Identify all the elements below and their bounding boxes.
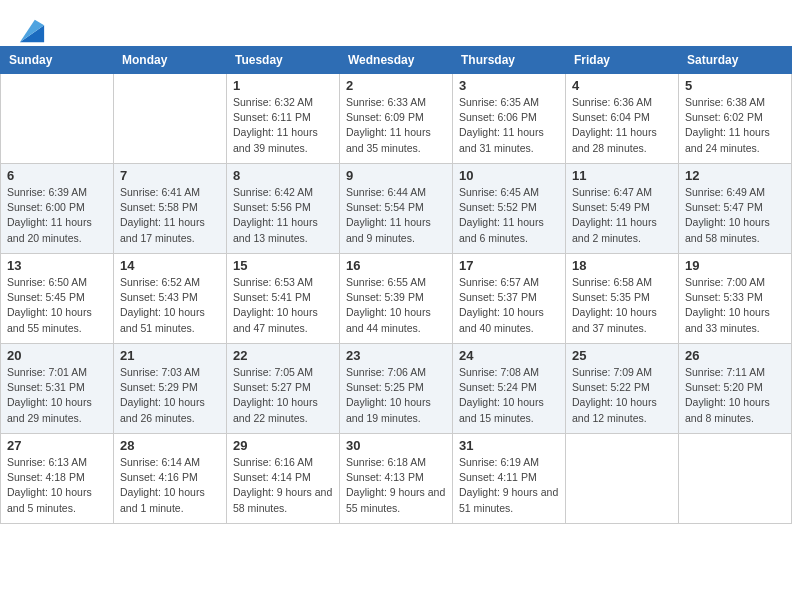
day-number: 10 [459,168,559,183]
day-number: 16 [346,258,446,273]
calendar-header-row: SundayMondayTuesdayWednesdayThursdayFrid… [1,47,792,74]
day-info: Sunrise: 6:53 AM Sunset: 5:41 PM Dayligh… [233,275,333,336]
day-number: 14 [120,258,220,273]
day-info: Sunrise: 7:05 AM Sunset: 5:27 PM Dayligh… [233,365,333,426]
calendar-cell: 22Sunrise: 7:05 AM Sunset: 5:27 PM Dayli… [227,344,340,434]
day-number: 23 [346,348,446,363]
calendar-header-wednesday: Wednesday [340,47,453,74]
calendar-week-row: 1Sunrise: 6:32 AM Sunset: 6:11 PM Daylig… [1,74,792,164]
day-number: 31 [459,438,559,453]
calendar-week-row: 6Sunrise: 6:39 AM Sunset: 6:00 PM Daylig… [1,164,792,254]
calendar-header-sunday: Sunday [1,47,114,74]
calendar-cell: 4Sunrise: 6:36 AM Sunset: 6:04 PM Daylig… [566,74,679,164]
day-info: Sunrise: 7:09 AM Sunset: 5:22 PM Dayligh… [572,365,672,426]
day-number: 7 [120,168,220,183]
day-info: Sunrise: 7:01 AM Sunset: 5:31 PM Dayligh… [7,365,107,426]
day-info: Sunrise: 6:41 AM Sunset: 5:58 PM Dayligh… [120,185,220,246]
day-number: 12 [685,168,785,183]
day-number: 8 [233,168,333,183]
day-info: Sunrise: 6:18 AM Sunset: 4:13 PM Dayligh… [346,455,446,516]
day-info: Sunrise: 7:00 AM Sunset: 5:33 PM Dayligh… [685,275,785,336]
calendar-cell: 15Sunrise: 6:53 AM Sunset: 5:41 PM Dayli… [227,254,340,344]
calendar-cell: 2Sunrise: 6:33 AM Sunset: 6:09 PM Daylig… [340,74,453,164]
day-number: 27 [7,438,107,453]
day-number: 30 [346,438,446,453]
calendar-cell: 21Sunrise: 7:03 AM Sunset: 5:29 PM Dayli… [114,344,227,434]
calendar-cell: 12Sunrise: 6:49 AM Sunset: 5:47 PM Dayli… [679,164,792,254]
day-info: Sunrise: 6:44 AM Sunset: 5:54 PM Dayligh… [346,185,446,246]
calendar-cell: 17Sunrise: 6:57 AM Sunset: 5:37 PM Dayli… [453,254,566,344]
calendar-cell [566,434,679,524]
calendar-header-saturday: Saturday [679,47,792,74]
calendar-cell: 6Sunrise: 6:39 AM Sunset: 6:00 PM Daylig… [1,164,114,254]
day-number: 4 [572,78,672,93]
day-info: Sunrise: 6:33 AM Sunset: 6:09 PM Dayligh… [346,95,446,156]
header [0,0,792,46]
calendar-cell: 28Sunrise: 6:14 AM Sunset: 4:16 PM Dayli… [114,434,227,524]
day-info: Sunrise: 6:52 AM Sunset: 5:43 PM Dayligh… [120,275,220,336]
day-number: 28 [120,438,220,453]
day-number: 2 [346,78,446,93]
calendar-cell: 20Sunrise: 7:01 AM Sunset: 5:31 PM Dayli… [1,344,114,434]
calendar-header-thursday: Thursday [453,47,566,74]
day-number: 1 [233,78,333,93]
calendar-week-row: 27Sunrise: 6:13 AM Sunset: 4:18 PM Dayli… [1,434,792,524]
day-number: 19 [685,258,785,273]
day-number: 21 [120,348,220,363]
calendar-cell: 19Sunrise: 7:00 AM Sunset: 5:33 PM Dayli… [679,254,792,344]
calendar-cell [679,434,792,524]
calendar-week-row: 13Sunrise: 6:50 AM Sunset: 5:45 PM Dayli… [1,254,792,344]
day-number: 20 [7,348,107,363]
day-info: Sunrise: 6:32 AM Sunset: 6:11 PM Dayligh… [233,95,333,156]
logo [16,16,46,38]
calendar-cell: 30Sunrise: 6:18 AM Sunset: 4:13 PM Dayli… [340,434,453,524]
calendar-cell: 25Sunrise: 7:09 AM Sunset: 5:22 PM Dayli… [566,344,679,434]
calendar-cell: 29Sunrise: 6:16 AM Sunset: 4:14 PM Dayli… [227,434,340,524]
day-info: Sunrise: 6:55 AM Sunset: 5:39 PM Dayligh… [346,275,446,336]
day-info: Sunrise: 6:16 AM Sunset: 4:14 PM Dayligh… [233,455,333,516]
day-info: Sunrise: 6:58 AM Sunset: 5:35 PM Dayligh… [572,275,672,336]
day-number: 29 [233,438,333,453]
calendar-header-tuesday: Tuesday [227,47,340,74]
calendar-cell: 31Sunrise: 6:19 AM Sunset: 4:11 PM Dayli… [453,434,566,524]
day-info: Sunrise: 6:36 AM Sunset: 6:04 PM Dayligh… [572,95,672,156]
calendar-cell: 3Sunrise: 6:35 AM Sunset: 6:06 PM Daylig… [453,74,566,164]
day-info: Sunrise: 6:19 AM Sunset: 4:11 PM Dayligh… [459,455,559,516]
day-number: 11 [572,168,672,183]
day-info: Sunrise: 7:03 AM Sunset: 5:29 PM Dayligh… [120,365,220,426]
day-info: Sunrise: 7:06 AM Sunset: 5:25 PM Dayligh… [346,365,446,426]
calendar-week-row: 20Sunrise: 7:01 AM Sunset: 5:31 PM Dayli… [1,344,792,434]
day-info: Sunrise: 6:57 AM Sunset: 5:37 PM Dayligh… [459,275,559,336]
calendar-cell: 1Sunrise: 6:32 AM Sunset: 6:11 PM Daylig… [227,74,340,164]
day-info: Sunrise: 6:47 AM Sunset: 5:49 PM Dayligh… [572,185,672,246]
day-number: 22 [233,348,333,363]
day-info: Sunrise: 6:49 AM Sunset: 5:47 PM Dayligh… [685,185,785,246]
day-number: 18 [572,258,672,273]
calendar-cell: 8Sunrise: 6:42 AM Sunset: 5:56 PM Daylig… [227,164,340,254]
day-number: 15 [233,258,333,273]
calendar-cell: 9Sunrise: 6:44 AM Sunset: 5:54 PM Daylig… [340,164,453,254]
calendar-cell: 7Sunrise: 6:41 AM Sunset: 5:58 PM Daylig… [114,164,227,254]
calendar-header-monday: Monday [114,47,227,74]
day-number: 5 [685,78,785,93]
day-number: 26 [685,348,785,363]
day-info: Sunrise: 7:11 AM Sunset: 5:20 PM Dayligh… [685,365,785,426]
day-number: 24 [459,348,559,363]
day-number: 17 [459,258,559,273]
day-number: 6 [7,168,107,183]
day-info: Sunrise: 6:42 AM Sunset: 5:56 PM Dayligh… [233,185,333,246]
calendar-cell: 27Sunrise: 6:13 AM Sunset: 4:18 PM Dayli… [1,434,114,524]
calendar-header-friday: Friday [566,47,679,74]
day-number: 3 [459,78,559,93]
logo-icon [18,16,46,44]
calendar-cell [114,74,227,164]
day-info: Sunrise: 6:13 AM Sunset: 4:18 PM Dayligh… [7,455,107,516]
calendar-cell: 24Sunrise: 7:08 AM Sunset: 5:24 PM Dayli… [453,344,566,434]
day-info: Sunrise: 7:08 AM Sunset: 5:24 PM Dayligh… [459,365,559,426]
day-number: 13 [7,258,107,273]
calendar-cell: 23Sunrise: 7:06 AM Sunset: 5:25 PM Dayli… [340,344,453,434]
day-info: Sunrise: 6:50 AM Sunset: 5:45 PM Dayligh… [7,275,107,336]
calendar-cell: 10Sunrise: 6:45 AM Sunset: 5:52 PM Dayli… [453,164,566,254]
calendar-cell: 26Sunrise: 7:11 AM Sunset: 5:20 PM Dayli… [679,344,792,434]
day-info: Sunrise: 6:38 AM Sunset: 6:02 PM Dayligh… [685,95,785,156]
